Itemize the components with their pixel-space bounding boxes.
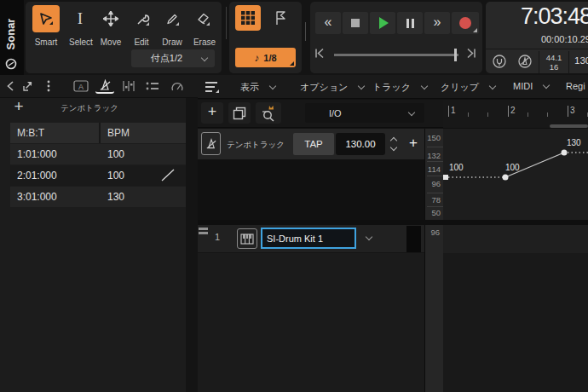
snap-value-label: 1/8 <box>263 53 276 63</box>
linear-curve-icon[interactable] <box>160 168 176 183</box>
erase-tool-button[interactable] <box>189 5 216 32</box>
spinner-down-icon[interactable] <box>390 144 397 151</box>
menu-track[interactable]: トラック <box>372 81 427 94</box>
pause-button[interactable] <box>397 12 423 34</box>
sample-rate-display[interactable]: 44.1 16 <box>539 50 568 73</box>
menu-clip[interactable]: クリップ <box>441 81 495 94</box>
track-view-menu-button[interactable] <box>203 79 222 95</box>
brand-strip: Sonar <box>0 0 24 75</box>
midi-input-button[interactable] <box>488 51 510 72</box>
bit-depth-value: 16 <box>539 62 568 72</box>
brand-name: Sonar <box>4 4 18 64</box>
menu-options[interactable]: オプション <box>300 81 364 94</box>
io-dropdown[interactable]: I/O <box>305 103 424 123</box>
erase-tool-label: Erase <box>186 37 223 47</box>
add-tempo-node-button[interactable]: + <box>10 97 27 116</box>
move-tool-button[interactable] <box>97 5 124 32</box>
tab-tempo[interactable] <box>95 78 114 94</box>
add-tempo-button[interactable]: + <box>404 133 423 155</box>
duration-dropdown[interactable]: 付点1/2 <box>131 49 215 67</box>
position-slider-track[interactable] <box>334 54 458 56</box>
pop-out-button[interactable] <box>20 78 36 94</box>
ruler-tick <box>487 112 488 117</box>
duration-value: 付点1/2 <box>131 52 202 65</box>
tempo-row[interactable]: 2:01:000 100 <box>10 165 186 186</box>
tab-list[interactable] <box>143 78 162 94</box>
envelope-point-label: 100 <box>505 163 520 172</box>
fast-forward-button[interactable]: » <box>424 12 450 34</box>
list-icon <box>146 81 159 91</box>
tab-articulations[interactable]: A <box>72 78 90 94</box>
chevron-down-icon <box>358 83 365 89</box>
tempo-row-mbt[interactable]: 1:01:000 <box>10 144 101 164</box>
time-main: 7:03:48 <box>487 3 588 30</box>
tempo-row-mbt[interactable]: 2:01:000 <box>10 165 101 186</box>
envelope-node <box>562 150 568 156</box>
track-lane[interactable] <box>443 225 588 253</box>
time-module: 7:03:48 00:00:10.29 44.1 16 130. <box>486 2 588 73</box>
corner-flyout-icon <box>290 61 294 66</box>
record-button[interactable] <box>452 12 479 34</box>
play-button[interactable] <box>370 12 395 34</box>
inspector-title: テンポトラック <box>34 103 145 114</box>
tempo-row-mbt[interactable]: 3:01:000 <box>10 187 101 207</box>
tempo-row-bpm[interactable]: 100 <box>101 144 186 164</box>
transport-module: « » <box>310 2 482 73</box>
track-name-input[interactable] <box>261 228 356 249</box>
snap-grid-button[interactable] <box>235 5 261 31</box>
position-slider-handle[interactable] <box>454 49 457 61</box>
track-drag-handle[interactable] <box>199 232 208 234</box>
clips-pane-empty[interactable] <box>443 253 588 392</box>
pop-out-icon <box>22 80 34 92</box>
menu-midi[interactable]: MIDI <box>513 81 549 91</box>
rewind-button[interactable]: « <box>315 12 341 34</box>
tempo-row-bpm[interactable]: 130 <box>101 187 186 207</box>
scale-label: 114 <box>428 164 441 174</box>
column-header-bpm[interactable]: BPM <box>101 123 186 143</box>
tempo-row[interactable]: 3:01:000 130 <box>10 187 186 207</box>
collapse-panel-button[interactable] <box>3 78 17 94</box>
module-separator <box>226 7 227 39</box>
horizontal-scrollbar[interactable] <box>550 124 588 128</box>
snap-value-button[interactable]: ♪ 1/8 <box>235 48 296 67</box>
track-pane-empty[interactable] <box>198 253 424 392</box>
add-track-button[interactable]: + <box>201 102 223 124</box>
add-icon: + <box>208 103 217 121</box>
envelope-point-label: 100 <box>449 163 464 172</box>
tempo-track-icon-box[interactable] <box>201 132 221 155</box>
track-meter <box>406 226 421 252</box>
stop-button[interactable] <box>343 12 368 34</box>
skip-start-button[interactable] <box>314 48 324 59</box>
measure-number: 2 <box>510 106 516 115</box>
metronome-toggle-button[interactable] <box>514 51 536 72</box>
tempo-row[interactable]: 1:01:000 100 <box>10 144 186 164</box>
menu-regions[interactable]: Regi <box>566 81 585 91</box>
chevron-down-icon[interactable] <box>366 233 372 240</box>
draw-tool-button[interactable] <box>159 5 186 32</box>
skip-end-button[interactable] <box>467 48 476 59</box>
panel-menu-button[interactable] <box>43 78 55 94</box>
tap-tempo-button[interactable]: TAP <box>293 133 334 155</box>
tab-gauge[interactable] <box>168 78 187 94</box>
fast-forward-icon: » <box>434 15 441 29</box>
instrument-icon-box[interactable] <box>237 228 257 249</box>
track-drag-handle[interactable] <box>199 228 208 230</box>
menu-view[interactable]: 表示 <box>240 81 275 94</box>
panel-splitter[interactable] <box>186 98 198 392</box>
zoom-tool-button[interactable] <box>256 102 281 124</box>
tempo-value-field[interactable]: 130.00 <box>336 133 385 155</box>
select-tool-button[interactable]: I <box>66 5 94 32</box>
marker-flag-button[interactable] <box>268 5 293 31</box>
duplicate-icon <box>233 107 246 120</box>
metronome-off-icon <box>517 54 533 69</box>
tempo-display[interactable]: 130. <box>574 55 588 66</box>
column-header-mbt[interactable]: M:B:T <box>10 123 101 143</box>
tools-module: Smart I Select Move Edit Draw Erase 付点1/… <box>26 2 222 73</box>
ruler-tick <box>547 112 548 117</box>
tab-pianoroll[interactable] <box>119 78 138 94</box>
smart-tool-button[interactable] <box>32 5 60 32</box>
edit-tool-button[interactable] <box>130 5 155 32</box>
tempo-envelope-graph[interactable]: 100 100 130 <box>443 129 588 220</box>
duplicate-button[interactable] <box>228 102 251 124</box>
track-header-row[interactable]: 1 <box>198 225 424 253</box>
